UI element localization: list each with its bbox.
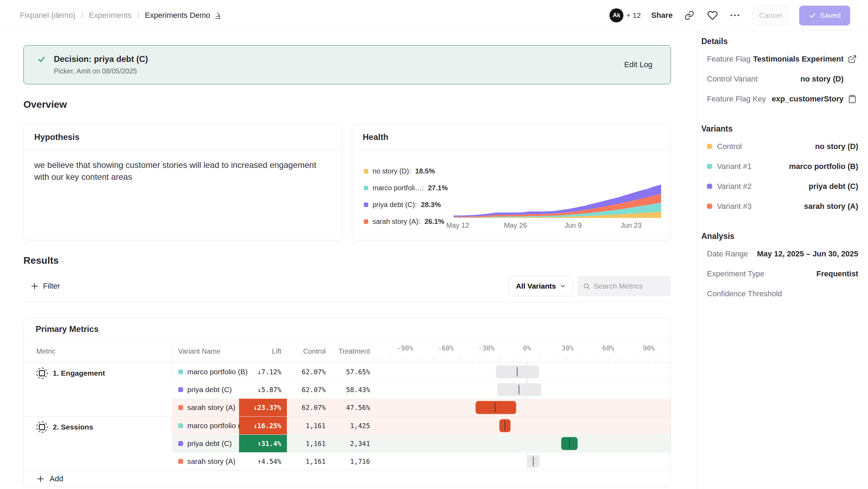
lift-cell: ↑31.4%: [239, 435, 287, 452]
variant-swatch-icon: [178, 369, 183, 374]
main-content: Decision: priya debt (C) Picker, Amit on…: [0, 31, 697, 489]
col-metric: Metric: [24, 340, 172, 362]
lift-cell: ↓23.37%: [239, 399, 287, 416]
variant-swatch-icon: [707, 184, 712, 189]
health-legend-item: marco portfoli…: 27.1%: [364, 179, 445, 196]
table-row: priya debt (C)↑31.4%1,1612,341: [172, 434, 671, 452]
legend-value: 28.3%: [421, 201, 441, 209]
health-legend-item: no story (D): 18.5%: [364, 163, 445, 179]
axis-minor-tick: [378, 358, 378, 362]
variant-row: Controlno story (D): [701, 136, 858, 156]
variant-swatch-icon: [707, 204, 712, 209]
axis-minor-tick: [500, 358, 500, 362]
variant-name-cell: marco portfolio (B): [172, 368, 239, 376]
toolbar-divider: [23, 302, 671, 302]
treatment-value: 58.43%: [331, 386, 376, 394]
share-button[interactable]: Share: [651, 11, 673, 20]
search-metrics-box[interactable]: [577, 276, 671, 296]
analysis-value: Frequentist: [816, 269, 858, 278]
collaborator-avatars[interactable]: Ak + 12: [609, 8, 641, 22]
lift-value: ↓7.12%: [239, 363, 287, 381]
control-value: 1,161: [287, 422, 331, 430]
breadcrumb-current: Experiments Demo: [145, 11, 222, 20]
metric-goal-icon: [36, 421, 48, 433]
axis-minor-tick: [459, 358, 460, 362]
ci-point-estimate: [495, 403, 496, 412]
check-icon: [809, 12, 816, 19]
decision-banner: Decision: priya debt (C) Picker, Amit on…: [23, 45, 671, 84]
variant-name: marco portfolio (B): [187, 421, 248, 430]
axis-minor-tick: [486, 358, 487, 362]
saved-button[interactable]: Saved: [799, 6, 850, 26]
overview-heading: Overview: [23, 99, 671, 110]
copy-link-icon[interactable]: [683, 9, 696, 22]
variant-label: Variant #2: [707, 182, 752, 191]
variant-swatch-icon: [178, 387, 183, 392]
analysis-row: Confidence Threshold: [701, 284, 858, 304]
legend-swatch-icon: [364, 169, 368, 173]
legend-label: marco portfoli…:: [372, 184, 424, 192]
cancel-button[interactable]: Cancel: [752, 6, 789, 26]
more-menu-button[interactable]: •••: [729, 9, 742, 22]
avatar[interactable]: Ak: [609, 8, 623, 22]
copy-icon[interactable]: [846, 94, 858, 104]
variant-row: Variant #1marco portfolio (B): [701, 156, 858, 176]
variant-swatch-icon: [178, 441, 183, 446]
add-filter-button[interactable]: Filter: [30, 282, 60, 291]
detail-row: Feature Flag Keyexp_customerStory: [701, 89, 858, 109]
hypothesis-body: we believe that showing customer stories…: [24, 150, 331, 192]
analysis-section: Analysis Date RangeMay 12, 2025 – Jun 30…: [701, 232, 858, 304]
external-link-icon[interactable]: [846, 55, 858, 64]
add-metric-button[interactable]: Add: [24, 470, 671, 487]
variants-dropdown-value: All Variants: [516, 282, 556, 290]
metric-cell[interactable]: 1. Engagement: [24, 363, 172, 381]
metric-cell[interactable]: 2. Sessions: [24, 417, 172, 434]
x-tick-label: Jun 23: [621, 221, 642, 229]
table-row: marco portfolio (B)↓16.25%1,1611,425: [172, 417, 671, 434]
edit-log-button[interactable]: Edit Log: [624, 60, 652, 69]
search-metrics-input[interactable]: [594, 282, 665, 290]
check-icon: [37, 55, 46, 64]
variant-name: marco portfolio (B): [187, 368, 248, 376]
detail-row: Control Variantno story (D): [701, 69, 858, 89]
results-heading: Results: [23, 255, 671, 266]
analysis-row: Experiment TypeFrequentist: [701, 264, 858, 284]
legend-swatch-icon: [364, 219, 368, 224]
analysis-label: Confidence Threshold: [707, 289, 782, 298]
analysis-value: May 12, 2025 – Jun 30, 2025: [757, 249, 858, 258]
axis-minor-tick: [567, 358, 568, 362]
breadcrumb-experiments[interactable]: Experiments: [89, 11, 131, 20]
table-body: 1. Engagementmarco portfolio (B)↓7.12%62…: [24, 363, 671, 470]
axis-minor-tick: [513, 358, 514, 362]
variant-label: Control: [707, 142, 742, 151]
ci-bar: [476, 401, 516, 414]
lift-cell: ↓7.12%: [239, 363, 287, 381]
variant-name-cell: priya debt (C): [172, 439, 239, 448]
axis-minor-tick: [527, 358, 527, 362]
variant-name-cell: priya debt (C): [172, 385, 239, 394]
legend-swatch-icon: [364, 186, 368, 190]
variants-dropdown[interactable]: All Variants: [509, 276, 573, 296]
breadcrumb-project[interactable]: Fixpanel {demo}: [20, 11, 75, 20]
favorite-heart-icon[interactable]: [706, 9, 719, 22]
ci-point-estimate: [519, 385, 519, 395]
axis-minor-tick: [405, 358, 405, 362]
axis-minor-tick: [595, 358, 595, 362]
treatment-value: 1,425: [331, 422, 376, 430]
metric-name: 1. Engagement: [53, 369, 105, 377]
col-treatment: Treatment: [331, 347, 376, 355]
chevron-down-icon: [559, 283, 566, 290]
hypothesis-title: Hypothesis: [34, 132, 79, 142]
table-row: priya debt (C)↓5.87%62.07%58.43%: [172, 381, 671, 398]
axis-tick-label: 90%: [643, 344, 654, 352]
health-title: Health: [363, 132, 388, 142]
confidence-interval-cell: [376, 399, 671, 416]
variant-swatch-icon: [178, 459, 183, 464]
axis-minor-tick: [473, 358, 473, 362]
analysis-label: Experiment Type: [707, 269, 765, 278]
variants-heading: Variants: [701, 124, 858, 134]
add-label: Add: [50, 474, 63, 483]
variant-label: Variant #1: [707, 162, 752, 171]
table-row: sarah story (A)↓23.37%62.07%47.56%: [172, 398, 671, 416]
variant-swatch-icon: [707, 164, 712, 169]
